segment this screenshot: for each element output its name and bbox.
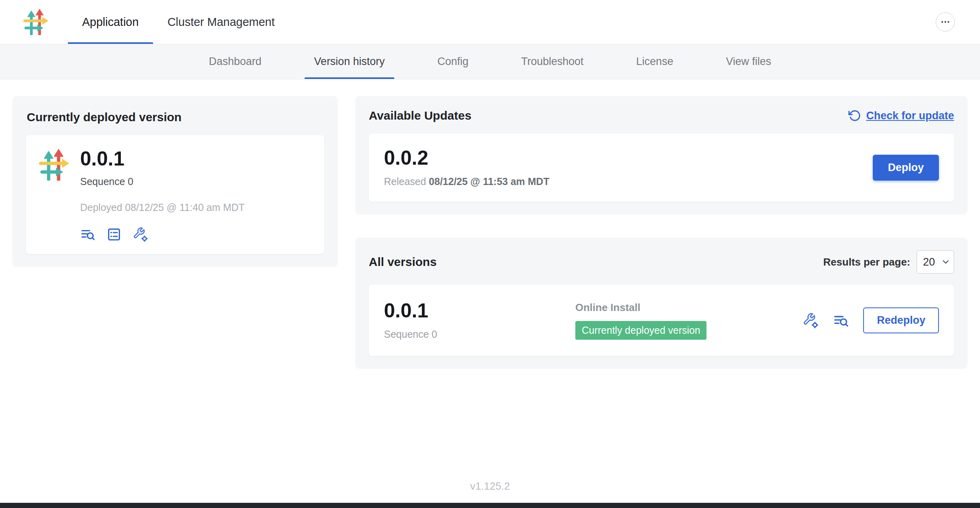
tab-version-history[interactable]: Version history (305, 44, 394, 79)
available-updates-header: Available Updates Check for update (369, 109, 954, 122)
install-type-label: Online Install (575, 301, 803, 314)
all-versions-title: All versions (369, 255, 437, 269)
tab-dashboard-label: Dashboard (209, 55, 262, 68)
admin-console: Application Cluster Management Dashboard… (0, 0, 980, 508)
deployed-actions (80, 227, 245, 242)
nav-application-label: Application (82, 16, 139, 29)
app-tabs-bar: Dashboard Version history Config Trouble… (0, 44, 980, 79)
released-prefix: Released (384, 176, 426, 187)
redeploy-button[interactable]: Redeploy (863, 307, 939, 333)
nav-cluster-management-label: Cluster Management (167, 16, 275, 29)
row-sequence: Sequence 0 (384, 329, 575, 340)
version-diff-icon[interactable] (80, 227, 95, 242)
release-notes-icon[interactable] (106, 227, 122, 242)
refresh-icon (848, 109, 861, 122)
tab-troubleshoot-label: Troubleshoot (521, 55, 584, 68)
update-version-number: 0.0.2 (384, 148, 549, 168)
deploy-button[interactable]: Deploy (873, 155, 939, 181)
row-version-number: 0.0.1 (384, 301, 575, 321)
tab-view-files-label: View files (726, 55, 771, 68)
available-update-card: 0.0.2 Released 08/12/25 @ 11:53 am MDT D… (369, 134, 954, 202)
main-content: Currently deployed version (0, 79, 980, 369)
deployed-version-details: 0.0.1 Sequence 0 Deployed 08/12/25 @ 11:… (80, 149, 245, 242)
ellipsis-icon (940, 17, 950, 27)
update-details: 0.0.2 Released 08/12/25 @ 11:53 am MDT (384, 148, 549, 187)
right-column: Available Updates Check for update 0.0.2… (355, 96, 968, 369)
tab-troubleshoot[interactable]: Troubleshoot (512, 44, 593, 79)
edit-config-icon[interactable] (803, 313, 819, 329)
tab-dashboard[interactable]: Dashboard (199, 44, 271, 79)
version-row-actions: Redeploy (803, 307, 939, 333)
available-updates-panel: Available Updates Check for update 0.0.2… (355, 96, 968, 215)
tab-version-history-label: Version history (314, 55, 385, 68)
check-for-update-label: Check for update (866, 110, 954, 122)
deployed-timestamp: Deployed 08/12/25 @ 11:40 am MDT (80, 202, 245, 213)
available-updates-title: Available Updates (369, 109, 471, 122)
tab-view-files[interactable]: View files (716, 44, 781, 79)
all-versions-panel: All versions Results per page: 20 (355, 238, 968, 369)
version-row: 0.0.1 Sequence 0 Online Install Currentl… (369, 285, 954, 356)
nav-cluster-management[interactable]: Cluster Management (153, 0, 289, 44)
all-versions-header: All versions Results per page: 20 (369, 250, 954, 274)
deployed-version-card: 0.0.1 Sequence 0 Deployed 08/12/25 @ 11:… (26, 135, 324, 254)
bottom-strip (0, 503, 980, 508)
edit-config-icon[interactable] (133, 227, 148, 242)
status-badge: Currently deployed version (575, 321, 706, 340)
top-navbar: Application Cluster Management (0, 0, 980, 44)
version-diff-icon[interactable] (833, 313, 849, 329)
results-per-page-label: Results per page: (823, 256, 910, 268)
deployed-sequence: Sequence 0 (80, 176, 245, 187)
primary-nav: Application Cluster Management (68, 0, 289, 44)
currently-deployed-title: Currently deployed version (27, 110, 324, 124)
deployed-version-number: 0.0.1 (80, 149, 245, 169)
version-row-status: Online Install Currently deployed versio… (575, 301, 803, 340)
page-size-select[interactable]: 20 (917, 250, 954, 274)
check-for-update-link[interactable]: Check for update (848, 109, 954, 122)
nav-application[interactable]: Application (68, 0, 153, 44)
tab-config-label: Config (437, 55, 468, 68)
released-date: 08/12/25 @ 11:53 am MDT (429, 176, 549, 187)
app-logo-icon (39, 149, 71, 242)
app-logo-icon (23, 0, 49, 44)
tab-license-label: License (636, 55, 673, 68)
page-size-select-wrap: 20 (917, 250, 954, 274)
overflow-menu-button[interactable] (936, 12, 955, 32)
tab-config[interactable]: Config (428, 44, 478, 79)
results-per-page: Results per page: 20 (823, 250, 954, 274)
currently-deployed-panel: Currently deployed version (12, 96, 338, 267)
console-footer: v1.125.2 (0, 480, 980, 503)
update-released-line: Released 08/12/25 @ 11:53 am MDT (384, 176, 549, 187)
tab-license[interactable]: License (627, 44, 683, 79)
console-version: v1.125.2 (470, 480, 510, 492)
version-row-details: 0.0.1 Sequence 0 (384, 301, 575, 340)
